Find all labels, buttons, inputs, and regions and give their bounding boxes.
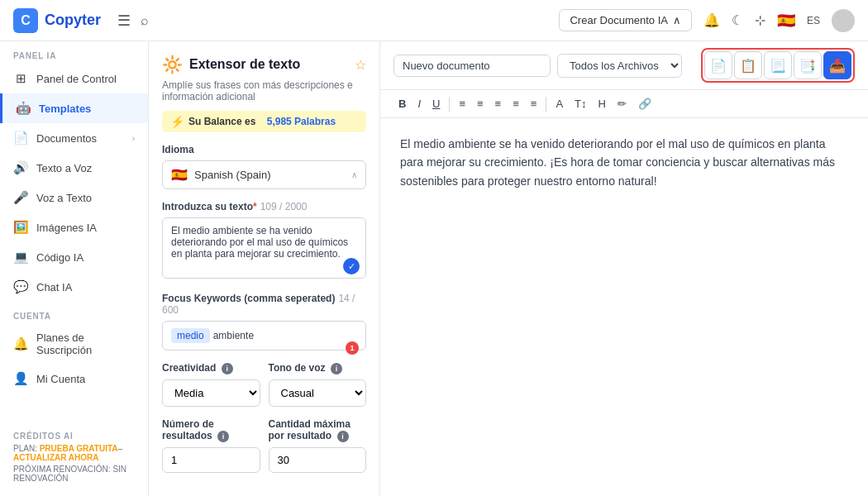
sidebar-item-label: Voz a Texto — [36, 192, 92, 204]
doc-icon-btn-1[interactable]: 📄 — [704, 51, 732, 79]
mic-icon: 🎤 — [13, 190, 28, 205]
search-icon[interactable]: ⌕ — [141, 13, 149, 28]
focus-label: Focus Keywords (comma seperated)14 / 600 — [162, 293, 366, 316]
keyword-badge: 1 — [346, 341, 359, 355]
balance-value: 5,985 Palabras — [267, 116, 336, 127]
sidebar-item-templates[interactable]: 🤖 Templates — [0, 93, 148, 123]
doc-icon-btn-5[interactable]: 📥 — [823, 51, 851, 79]
sidebar-item-documentos[interactable]: 📄 Documentos › — [0, 123, 148, 153]
keyword-input[interactable]: medio ambiente 1 — [162, 321, 366, 351]
format-align-center-button[interactable]: ≡ — [472, 95, 489, 112]
creativity-tone-row: Creatividad i Media Tono de voz i — [162, 362, 366, 418]
creditos-label: CRÉDITOS AI — [13, 432, 135, 444]
header-icons: 🔔 ☾ ⊹ 🇪🇸 ES — [703, 9, 855, 32]
balance-badge: ⚡ Su Balance es 5,985 Palabras — [162, 111, 366, 132]
format-link-button[interactable]: 🔗 — [633, 95, 656, 112]
logo: C Copyter — [13, 8, 101, 33]
user-icon: 👤 — [13, 371, 28, 386]
menu-icon[interactable]: ☰ — [117, 12, 131, 30]
format-align-left-button[interactable]: ≡ — [454, 95, 470, 112]
ai-icon: 🤖 — [16, 101, 31, 116]
num-results-row: Número de resultados i Cantidad máxima p… — [162, 418, 366, 484]
tono-info-icon[interactable]: i — [331, 363, 342, 374]
plan-update[interactable]: ACTUALIZAR AHORA — [13, 453, 99, 462]
sidebar-item-codigo-ia[interactable]: 💻 Código IA — [0, 242, 148, 272]
format-heading-button[interactable]: H — [594, 95, 611, 112]
format-italic-button[interactable]: I — [413, 95, 426, 112]
avatar[interactable] — [832, 9, 855, 32]
sound-icon: 🔊 — [13, 160, 28, 175]
doc-icon-btn-3[interactable]: 📃 — [764, 51, 792, 79]
format-justify-button[interactable]: ≡ — [508, 95, 524, 112]
sidebar-item-voz-a-texto[interactable]: 🎤 Voz a Texto — [0, 183, 148, 212]
flag-icon: 🇪🇸 — [777, 12, 795, 30]
logo-name: Copyter — [45, 12, 101, 29]
creatividad-select[interactable]: Media — [162, 379, 260, 407]
sidebar-item-label: Planes de Suscripción — [36, 331, 135, 356]
sidebar-item-texto-a-voz[interactable]: 🔊 Texto a Voz — [0, 153, 148, 183]
tool-desc: Amplíe sus frases con más descripciones … — [162, 79, 366, 103]
max-results-label: Cantidad máxima por resultado i — [269, 418, 367, 442]
bell-icon[interactable]: 🔔 — [703, 12, 720, 28]
max-results-info-icon[interactable]: i — [337, 431, 349, 442]
plan-line: PLAN: PRUEBA GRATUITA–ACTUALIZAR AHORA — [13, 444, 135, 462]
creatividad-info-icon[interactable]: i — [222, 363, 233, 374]
lang-flag: 🇪🇸 — [171, 167, 188, 183]
num-results-input[interactable] — [162, 447, 260, 473]
grid-icon: ⊞ — [13, 71, 28, 86]
check-icon: ✓ — [343, 258, 360, 274]
idioma-group: Idioma 🇪🇸 Spanish (Spain) ∧ — [162, 144, 366, 189]
doc-name-input[interactable] — [393, 55, 551, 77]
sidebar-item-label: Panel de Control — [36, 73, 117, 85]
doc-icon-btn-4[interactable]: 📑 — [794, 51, 822, 79]
lang-select[interactable]: 🇪🇸 Spanish (Spain) ∧ — [162, 160, 366, 189]
create-document-label: Crear Documento IA — [570, 14, 668, 26]
format-bar: B I U ≡ ≡ ≡ ≡ ≡ A T↕ H ✏ 🔗 — [380, 90, 868, 118]
document-icon: 📄 — [13, 131, 28, 145]
create-document-button[interactable]: Crear Documento IA ∧ — [559, 9, 692, 31]
sidebar-item-label: Templates — [39, 103, 91, 115]
chat-icon: 💬 — [13, 279, 28, 294]
tono-group: Tono de voz i Casual — [269, 362, 367, 407]
tono-select[interactable]: Casual — [269, 379, 367, 407]
format-bold-button[interactable]: B — [393, 95, 411, 112]
app-container: C Copyter ☰ ⌕ Crear Documento IA ∧ 🔔 ☾ ⊹… — [0, 0, 868, 496]
plan-sep: – — [118, 444, 123, 453]
intro-label: Introduzca su texto*109 / 2000 — [162, 201, 366, 212]
doc-content[interactable]: El medio ambiente se ha venido deteriora… — [380, 118, 868, 496]
moon-icon[interactable]: ☾ — [732, 12, 743, 28]
sidebar-item-label: Mi Cuenta — [36, 373, 85, 385]
format-underline-button[interactable]: U — [427, 95, 445, 112]
intro-textarea[interactable]: El medio ambiente se ha venido deteriora… — [162, 217, 366, 279]
sidebar-item-chat-ia[interactable]: 💬 Chat IA — [0, 272, 148, 302]
format-pen-button[interactable]: ✏ — [613, 95, 632, 112]
sidebar-item-mi-cuenta[interactable]: 👤 Mi Cuenta — [0, 364, 148, 393]
sidebar-item-planes[interactable]: 🔔 Planes de Suscripción — [0, 324, 148, 364]
image-icon: 🖼️ — [13, 220, 28, 235]
panel-ia-label: PANEL IA — [0, 41, 148, 64]
format-align-right-button[interactable]: ≡ — [490, 95, 507, 112]
format-list-ol-button[interactable]: ≡ — [526, 95, 542, 112]
sidebar-item-label: Texto a Voz — [36, 162, 92, 174]
header: C Copyter ☰ ⌕ Crear Documento IA ∧ 🔔 ☾ ⊹… — [0, 0, 868, 41]
creatividad-label: Creatividad i — [162, 362, 260, 374]
sidebar-item-panel-control[interactable]: ⊞ Panel de Control — [0, 64, 148, 93]
lang-select-inner: 🇪🇸 Spanish (Spain) — [171, 167, 271, 183]
intro-text-group: Introduzca su texto*109 / 2000 El medio … — [162, 201, 366, 281]
num-results-info-icon[interactable]: i — [217, 431, 229, 442]
doc-files-select[interactable]: Todos los Archivos — [557, 54, 682, 78]
body-row: PANEL IA ⊞ Panel de Control 🤖 Templates … — [0, 41, 868, 496]
format-fontsize-button[interactable]: T↕ — [570, 95, 591, 112]
subscription-icon: 🔔 — [13, 336, 28, 351]
format-color-button[interactable]: A — [551, 95, 568, 112]
doc-icon-btn-2[interactable]: 📋 — [734, 51, 762, 79]
grid-icon[interactable]: ⊹ — [755, 12, 765, 28]
sidebar-item-imagenes-ia[interactable]: 🖼️ Imágenes IA — [0, 212, 148, 242]
plan-free[interactable]: PRUEBA GRATUITA — [40, 444, 118, 453]
lightning-icon: ⚡ — [170, 115, 184, 128]
right-panel: Todos los Archivos 📄 📋 📃 📑 📥 B I U — [380, 41, 868, 496]
intro-textarea-wrap: El medio ambiente se ha venido deteriora… — [162, 217, 366, 281]
star-icon[interactable]: ☆ — [355, 57, 366, 73]
max-results-input[interactable] — [269, 447, 367, 473]
tono-label: Tono de voz i — [269, 362, 367, 374]
